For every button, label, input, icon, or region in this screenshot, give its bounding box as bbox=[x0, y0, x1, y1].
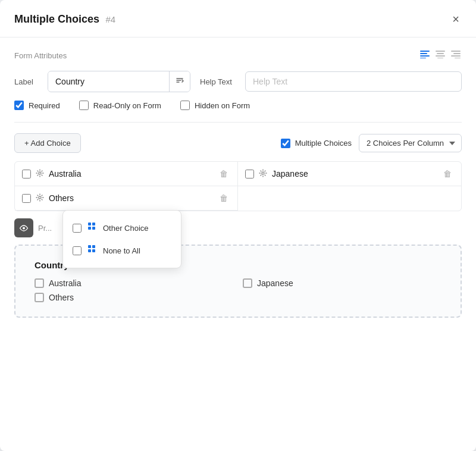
close-button[interactable]: × bbox=[450, 11, 462, 27]
svg-point-12 bbox=[39, 172, 41, 174]
delete-icon-australia[interactable]: 🗑 bbox=[217, 168, 230, 180]
svg-rect-3 bbox=[420, 58, 426, 58]
multiple-choices-label: Multiple Choices bbox=[295, 139, 352, 148]
label-input[interactable] bbox=[48, 72, 169, 91]
svg-rect-20 bbox=[92, 245, 95, 248]
label-input-wrapper bbox=[48, 71, 190, 92]
multiple-choices-checkbox[interactable] bbox=[281, 139, 290, 148]
choice-input-japanese[interactable] bbox=[272, 169, 436, 178]
svg-rect-16 bbox=[92, 223, 95, 226]
svg-rect-11 bbox=[455, 58, 461, 58]
choices-per-column-select[interactable]: 1 Choice Per Column 2 Choices Per Column… bbox=[359, 134, 462, 152]
svg-rect-19 bbox=[88, 245, 91, 248]
svg-point-14 bbox=[39, 196, 41, 199]
svg-rect-6 bbox=[436, 55, 445, 57]
required-checkbox-item[interactable]: Required bbox=[14, 101, 60, 110]
checkboxes-row: Required Read-Only on Form Hidden on For… bbox=[14, 101, 462, 110]
svg-rect-0 bbox=[420, 51, 430, 52]
choice-row-australia: 🗑 bbox=[15, 162, 238, 186]
gear-icon-others[interactable] bbox=[36, 193, 44, 203]
readonly-checkbox[interactable] bbox=[79, 101, 89, 110]
preview-checkbox-japanese bbox=[243, 278, 252, 288]
align-left-icon[interactable] bbox=[419, 49, 431, 61]
preview-choice-japanese-label: Japanese bbox=[257, 278, 293, 288]
choice-input-australia[interactable] bbox=[49, 169, 212, 178]
divider bbox=[14, 122, 462, 123]
svg-rect-18 bbox=[92, 227, 95, 230]
choices-container: 🗑 🗑 bbox=[14, 161, 462, 211]
hidden-checkbox-item[interactable]: Hidden on Form bbox=[180, 101, 250, 110]
required-checkbox[interactable] bbox=[14, 101, 24, 110]
help-text-label: Help Text bbox=[200, 77, 236, 86]
choices-grid: 🗑 🗑 bbox=[14, 161, 462, 211]
preview-checkbox-others bbox=[35, 293, 44, 302]
form-attributes-section: Form Attributes bbox=[14, 49, 462, 61]
svg-rect-17 bbox=[88, 227, 91, 230]
svg-point-23 bbox=[23, 227, 25, 229]
none-to-all-checkbox[interactable] bbox=[73, 246, 82, 255]
choice-row-japanese: 🗑 bbox=[238, 162, 461, 186]
dropdown-item-other-choice[interactable]: Other Choice bbox=[63, 217, 181, 239]
none-to-all-label: None to All bbox=[103, 246, 140, 255]
choice-check-japanese[interactable] bbox=[245, 170, 254, 178]
required-label: Required bbox=[29, 101, 60, 110]
grid-icon-other-choice bbox=[87, 222, 97, 234]
choices-toolbar: + Add Choice Multiple Choices 1 Choice P… bbox=[14, 133, 462, 153]
svg-rect-21 bbox=[88, 249, 91, 252]
grid-icon-none-to-all bbox=[87, 245, 97, 256]
gear-icon-japanese[interactable] bbox=[259, 169, 267, 179]
preview-choice-others-label: Others bbox=[49, 293, 74, 302]
hidden-checkbox[interactable] bbox=[180, 101, 190, 110]
preview-choice-australia-label: Australia bbox=[49, 278, 81, 288]
svg-rect-4 bbox=[436, 51, 445, 52]
label-helptext-row: Label Help Text bbox=[14, 71, 462, 92]
preview-checkbox-australia bbox=[35, 278, 44, 288]
section-title: Form Attributes bbox=[14, 51, 67, 60]
hidden-label: Hidden on Form bbox=[195, 101, 250, 110]
preview-choices-grid: Australia Japanese Others bbox=[35, 278, 441, 302]
other-choice-label: Other Choice bbox=[103, 224, 149, 233]
readonly-label: Read-Only on Form bbox=[93, 101, 161, 110]
svg-rect-8 bbox=[451, 51, 461, 52]
svg-point-13 bbox=[262, 172, 264, 174]
svg-rect-5 bbox=[437, 53, 444, 54]
preview-choice-others: Others bbox=[35, 293, 233, 302]
align-right-icon[interactable] bbox=[450, 49, 462, 61]
svg-rect-10 bbox=[451, 55, 461, 57]
svg-rect-7 bbox=[437, 58, 443, 58]
gear-icon-australia[interactable] bbox=[36, 169, 44, 179]
align-icons-group bbox=[419, 49, 462, 61]
svg-rect-2 bbox=[420, 55, 430, 57]
modal-header: Multiple Choices #4 × bbox=[0, 0, 476, 37]
choice-check-australia[interactable] bbox=[22, 170, 31, 178]
modal-body: Form Attributes bbox=[0, 37, 476, 330]
dropdown-item-none-to-all[interactable]: None to All bbox=[63, 239, 181, 262]
readonly-checkbox-item[interactable]: Read-Only on Form bbox=[79, 101, 161, 110]
svg-rect-1 bbox=[420, 53, 427, 54]
preview-choice-japanese: Japanese bbox=[243, 278, 441, 288]
modal-title: Multiple Choices #4 bbox=[14, 13, 115, 26]
delete-icon-others[interactable]: 🗑 bbox=[217, 192, 230, 204]
multiple-choices-checkbox-item[interactable]: Multiple Choices bbox=[281, 139, 352, 148]
svg-rect-15 bbox=[88, 223, 91, 226]
modal: Multiple Choices #4 × Form Attributes bbox=[0, 0, 476, 451]
svg-rect-9 bbox=[453, 53, 461, 54]
preview-text-label: Pr... bbox=[38, 224, 52, 233]
other-choice-checkbox[interactable] bbox=[73, 224, 82, 233]
svg-rect-22 bbox=[92, 249, 95, 252]
add-choice-label: + Add Choice bbox=[24, 139, 71, 148]
choices-right: Multiple Choices 1 Choice Per Column 2 C… bbox=[281, 134, 462, 152]
align-center-icon[interactable] bbox=[434, 49, 446, 61]
choice-input-others[interactable] bbox=[49, 193, 212, 203]
delete-icon-japanese[interactable]: 🗑 bbox=[441, 168, 454, 180]
preview-eye-icon bbox=[14, 218, 33, 237]
sort-icon[interactable] bbox=[169, 71, 190, 92]
add-choice-button[interactable]: + Add Choice bbox=[14, 133, 81, 153]
choice-row-others: 🗑 bbox=[15, 186, 238, 211]
preview-choice-australia: Australia bbox=[35, 278, 233, 288]
others-dropdown-popup: Other Choice bbox=[62, 210, 181, 268]
label-field-label: Label bbox=[14, 77, 38, 86]
help-text-input[interactable] bbox=[245, 71, 462, 92]
choice-check-others[interactable] bbox=[22, 194, 31, 203]
